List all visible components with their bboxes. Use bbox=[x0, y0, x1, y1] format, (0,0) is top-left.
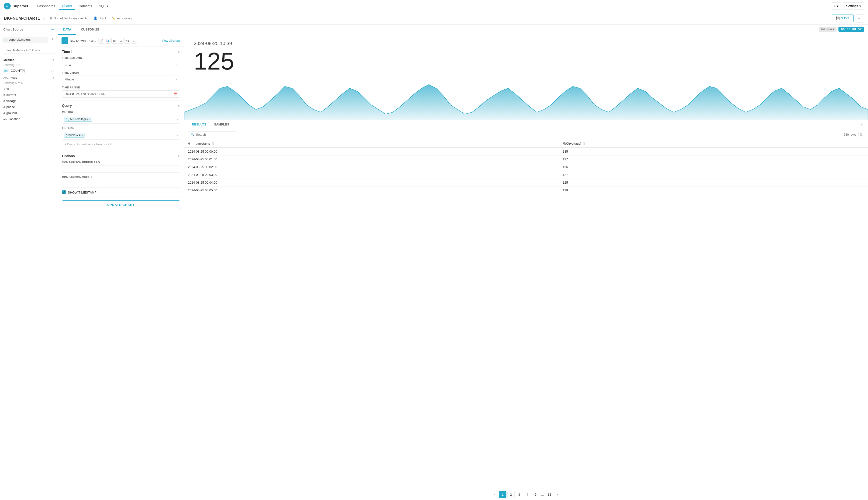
chart-type-main[interactable]: ✓ bbox=[61, 37, 68, 44]
col-drag-current: :: bbox=[53, 93, 55, 96]
chart-icon-line[interactable]: 📈 bbox=[98, 38, 104, 44]
metrics-collapse-icon[interactable]: ∧ bbox=[52, 58, 55, 62]
pagination-page-4[interactable]: 4 bbox=[524, 491, 531, 498]
col-item-ts[interactable]: ○ ts :: bbox=[0, 86, 58, 92]
logo[interactable]: ∞ Superset bbox=[4, 3, 28, 10]
options-section-title: Options bbox=[62, 154, 75, 158]
pagination-page-3[interactable]: 3 bbox=[516, 491, 523, 498]
col-item-voltage[interactable]: # voltage :: bbox=[0, 98, 58, 104]
time-range-field[interactable]: 2024-08-25 ≤ col < 2024-12-06 📅 bbox=[62, 90, 180, 98]
metrics-title: Metrics bbox=[3, 58, 14, 62]
cell-max-voltage: 127 bbox=[559, 156, 868, 163]
time-range-label: TIME RANGE bbox=[62, 86, 180, 89]
chart-star-icon[interactable]: ☆ bbox=[42, 16, 46, 21]
pagination: « 1 2 3 4 5 ... 13 » bbox=[184, 489, 868, 500]
show-timestamp-label: SHOW TIMESTAMP bbox=[68, 191, 97, 194]
time-grain-select[interactable]: Minute ∨ bbox=[62, 76, 180, 83]
metric-info-icon[interactable]: ℹ bbox=[50, 69, 52, 72]
main-layout: Chart Source ⊣ ⊞ superdb.meters ⋮ Metric… bbox=[0, 25, 868, 500]
cell-max-voltage: 138 bbox=[559, 186, 868, 194]
pagination-page-2[interactable]: 2 bbox=[507, 491, 514, 498]
chart-source-label: Chart Source bbox=[3, 27, 23, 31]
chart-meta-dashboard: ⊞ Not added to any dashb... bbox=[50, 16, 90, 20]
col-name-groupid: groupid bbox=[6, 111, 53, 115]
pagination-page-5[interactable]: 5 bbox=[532, 491, 539, 498]
comparison-lag-input[interactable] bbox=[62, 165, 180, 173]
chart-icon-table[interactable]: ⊞ bbox=[118, 38, 124, 44]
time-column-select[interactable]: ⏱ts › bbox=[62, 61, 180, 68]
tab-data[interactable]: DATA bbox=[58, 25, 76, 35]
chart-header-actions: 💾SAVE ··· bbox=[832, 14, 864, 23]
chart-meta: ⊞ Not added to any dashb... 👤 dkj dkj ✏️… bbox=[50, 16, 133, 20]
results-tab-bar: RESULTS SAMPLES ∧ bbox=[184, 120, 868, 129]
nav-sql[interactable]: SQL ▾ bbox=[96, 3, 111, 10]
table-row: 2024-08-25 00:05:00138 bbox=[184, 186, 868, 194]
copy-icon[interactable]: ⧉ bbox=[858, 132, 864, 137]
options-collapse-icon[interactable]: ∧ bbox=[177, 154, 180, 158]
query-section-header[interactable]: Query ∧ bbox=[58, 101, 184, 111]
show-timestamp-checkbox[interactable] bbox=[62, 190, 66, 194]
comparison-suffix-input[interactable] bbox=[62, 180, 180, 188]
datasource-more-button[interactable]: ⋮ bbox=[50, 36, 56, 43]
results-search-input[interactable] bbox=[196, 133, 234, 136]
chart-type-row: ✓ BIG NUMBER W... 📈 📊 ▦ ⊞ 4k ⏱ View all … bbox=[58, 35, 184, 47]
nav-dashboards[interactable]: Dashboards bbox=[34, 3, 58, 10]
columns-collapse-icon[interactable]: ∧ bbox=[52, 76, 55, 80]
filter-tag-remove[interactable]: ✕ bbox=[81, 134, 83, 137]
chart-icon-area[interactable]: ▦ bbox=[112, 38, 117, 44]
col-type-ts: ○ bbox=[3, 88, 5, 90]
search-metrics-input[interactable] bbox=[3, 47, 55, 54]
pagination-next[interactable]: » bbox=[554, 491, 561, 498]
results-table: ⚙ __timestamp ⇅ MAX(voltage) ⇅ 2024-08-2… bbox=[184, 140, 868, 194]
pagination-prev[interactable]: « bbox=[491, 491, 498, 498]
update-chart-container: UPDATE CHART bbox=[58, 197, 184, 212]
grid-icon: ⊞ bbox=[4, 38, 7, 42]
chart-icon-4k[interactable]: 4k bbox=[125, 38, 130, 44]
middle-panel: DATA CUSTOMIZE ✓ BIG NUMBER W... 📈 📊 ▦ ⊞… bbox=[58, 25, 184, 500]
col-item-phase[interactable]: # phase :: bbox=[0, 104, 58, 110]
time-collapse-icon[interactable]: ∧ bbox=[177, 50, 180, 54]
results-tab-samples[interactable]: SAMPLES bbox=[210, 120, 233, 129]
chart-icon-bar[interactable]: 📊 bbox=[105, 38, 111, 44]
metric-item-count-star[interactable]: f(x) COUNT(*) ℹ :: bbox=[0, 68, 58, 73]
col-header-timestamp[interactable]: ⚙ __timestamp ⇅ bbox=[184, 140, 559, 148]
collapse-panel-button[interactable]: ⊣ bbox=[51, 27, 55, 32]
right-panel: 640 rows 00:00:00.52 2024-08-25 10:39 12… bbox=[184, 25, 868, 500]
cell-timestamp: 2024-08-25 00:03:00 bbox=[184, 171, 559, 179]
tab-customize[interactable]: CUSTOMIZE bbox=[76, 25, 104, 35]
more-options-button[interactable]: ··· bbox=[856, 14, 864, 23]
view-all-charts-link[interactable]: View all charts bbox=[162, 39, 181, 42]
pagination-page-1[interactable]: 1 bbox=[499, 491, 506, 498]
datasource-chip[interactable]: ⊞ superdb.meters bbox=[2, 37, 48, 43]
nav-charts[interactable]: Charts bbox=[59, 2, 75, 10]
comparison-lag-label: COMPARISON PERIOD LAG bbox=[62, 161, 180, 164]
table-row: 2024-08-25 00:04:00125 bbox=[184, 179, 868, 186]
chart-icon-clock[interactable]: ⏱ bbox=[131, 38, 137, 44]
drop-zone[interactable]: + Drop columns/metrics here or click bbox=[62, 141, 180, 148]
pagination-page-13[interactable]: 13 bbox=[546, 491, 553, 498]
metric-tag-remove[interactable]: ✕ bbox=[89, 118, 90, 121]
results-tab-results[interactable]: RESULTS bbox=[188, 120, 210, 129]
query-collapse-icon[interactable]: ∧ bbox=[177, 104, 180, 107]
col-item-groupid[interactable]: # groupid :: bbox=[0, 110, 58, 116]
col-item-current[interactable]: # current :: bbox=[0, 92, 58, 98]
col-header-max-voltage[interactable]: MAX(voltage) ⇅ bbox=[559, 140, 868, 148]
save-button[interactable]: 💾SAVE bbox=[832, 14, 854, 22]
nav-plus-button[interactable]: + ▾ bbox=[831, 2, 841, 10]
nav-datasets[interactable]: Datasets bbox=[76, 3, 95, 10]
show-timestamp-row: SHOW TIMESTAMP bbox=[62, 190, 180, 194]
time-section-header[interactable]: Time ℹ ∧ bbox=[58, 47, 184, 56]
col-drag-ts: :: bbox=[53, 87, 55, 91]
update-chart-button[interactable]: UPDATE CHART bbox=[62, 200, 180, 209]
col-item-location[interactable]: abc location :: bbox=[0, 116, 58, 122]
metric-tag-field[interactable]: f(x) MAX(voltage) ✕ › bbox=[62, 115, 180, 124]
nav-settings-button[interactable]: Settings ▾ bbox=[843, 2, 864, 10]
options-section-header[interactable]: Options ∧ bbox=[58, 151, 184, 161]
query-section-content: METRIC f(x) MAX(voltage) ✕ › FILTERS bbox=[58, 111, 184, 151]
filter-tag-field[interactable]: groupid = 4 ✕ › bbox=[62, 131, 180, 139]
options-section-content: COMPARISON PERIOD LAG COMPARISON SUFFIX … bbox=[58, 161, 184, 197]
results-collapse-button[interactable]: ∧ bbox=[859, 121, 864, 128]
col-drag-voltage: :: bbox=[53, 99, 55, 103]
columns-section-header: Columns ∧ bbox=[0, 73, 58, 81]
time-grain-group: TIME GRAIN Minute ∨ bbox=[62, 71, 180, 83]
